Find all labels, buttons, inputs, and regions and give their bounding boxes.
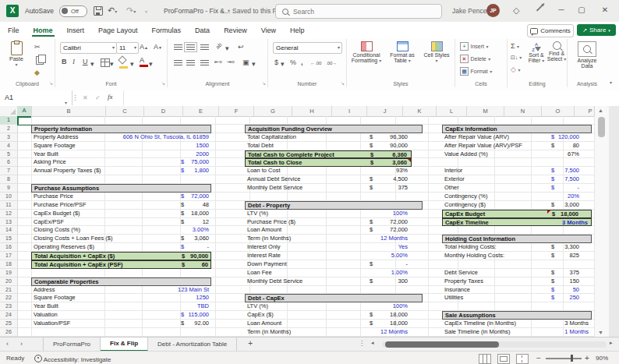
- column-header-d[interactable]: D: [144, 106, 183, 117]
- cut-icon[interactable]: ✂: [34, 43, 41, 51]
- row-header-1[interactable]: 1: [0, 116, 19, 125]
- menu-tab-view[interactable]: View: [260, 24, 278, 37]
- cell-label[interactable]: Valuation: [34, 311, 58, 320]
- normal-view-button[interactable]: [479, 354, 491, 364]
- saved-status[interactable]: Saved to this PC: [232, 7, 281, 15]
- zoom-slider[interactable]: [546, 358, 582, 359]
- cell-value[interactable]: 7,500: [564, 167, 579, 175]
- cell-value[interactable]: 92.00: [194, 320, 209, 328]
- cell-value[interactable]: 60: [202, 261, 208, 270]
- cell-value[interactable]: 5.00%: [391, 252, 408, 260]
- increase-indent-icon[interactable]: ⇥≡: [227, 58, 235, 66]
- sheet-row-loan-amount[interactable]: Loan Amount$72,000: [245, 226, 423, 235]
- page-layout-view-button[interactable]: [497, 354, 510, 364]
- sheet-row-insurance[interactable]: Insurance$50: [442, 286, 592, 295]
- menu-tab-help[interactable]: Help: [288, 24, 306, 37]
- merge-center-icon[interactable]: ▣: [242, 58, 249, 66]
- cell-currency[interactable]: $: [551, 294, 554, 302]
- cell-label[interactable]: CapEx Timeline: [445, 219, 489, 228]
- horizontal-scroll-thumb[interactable]: [385, 341, 499, 348]
- tab-scroll-right-icon[interactable]: ›: [20, 340, 23, 348]
- rewards-diamond-icon[interactable]: ◇: [513, 5, 519, 16]
- sheet-row-annual-debt-service[interactable]: Annual Debt Service$4,500: [245, 175, 423, 184]
- menu-tab-page-layout[interactable]: Page Layout: [97, 24, 140, 37]
- cell-value[interactable]: 20%: [568, 193, 579, 201]
- cell-value[interactable]: 48: [203, 201, 209, 210]
- cell-value[interactable]: 18,000: [390, 320, 408, 328]
- column-header-m[interactable]: M: [467, 106, 504, 117]
- copy-icon[interactable]: [36, 56, 44, 65]
- cell-label[interactable]: CapEx Budget ($): [34, 210, 80, 218]
- cell-value[interactable]: 7,500: [564, 175, 579, 184]
- cell-value[interactable]: 1,800: [194, 167, 209, 175]
- name-box[interactable]: A1▾: [0, 90, 73, 105]
- sheet-row-closing-costs[interactable]: Closing Costs (%)3.00%: [31, 226, 211, 235]
- sheet-row-other[interactable]: Other$-: [442, 184, 592, 193]
- sheet-row-square-footage[interactable]: Square Footage1500: [31, 142, 211, 150]
- sheet-row-valuation-psf[interactable]: Valuation/PSF$92.00: [31, 320, 211, 328]
- cell-value[interactable]: 100%: [393, 302, 408, 311]
- cell-value[interactable]: 1250: [196, 294, 209, 302]
- formula-input[interactable]: [123, 90, 619, 105]
- font-size-select[interactable]: 11▾: [116, 42, 139, 54]
- sheet-row-asking-price[interactable]: Asking Price$75,000: [31, 158, 211, 167]
- cell-currency[interactable]: $: [370, 277, 373, 286]
- cell-label[interactable]: Square Footage: [34, 294, 76, 302]
- row-header-7[interactable]: 7: [0, 167, 18, 175]
- cell-value[interactable]: 18,000: [390, 311, 408, 320]
- row-header-13[interactable]: 13: [0, 218, 18, 227]
- cell-label[interactable]: Interest Only: [247, 243, 281, 252]
- sheet-row-total-acquisition-capex[interactable]: Total Acquisition + CapEx ($)$90,000: [31, 252, 211, 260]
- cell-value[interactable]: 123 Main St: [178, 286, 209, 295]
- share-button[interactable]: ↗ Share ▾: [577, 24, 616, 36]
- cell-currency[interactable]: $: [181, 235, 184, 243]
- align-left-icon[interactable]: [174, 60, 182, 65]
- format-cells-button[interactable]: ▦ Format ▾: [460, 67, 492, 76]
- cell-value[interactable]: 825: [569, 252, 579, 260]
- clear-icon[interactable]: ◇ ▾: [511, 65, 520, 74]
- sheet-tab-proformapro[interactable]: ProFormaPro: [43, 337, 101, 352]
- cell-label[interactable]: Loan to Cost: [247, 167, 281, 175]
- cell-currency[interactable]: $: [370, 311, 373, 320]
- row-header-20[interactable]: 20: [0, 277, 18, 286]
- cell-label[interactable]: After Repair Value (ARV): [444, 133, 509, 142]
- tab-splitter-icon[interactable]: ⋮: [359, 340, 365, 347]
- sheet-row-capex-psf[interactable]: CapEx/PSF$12: [31, 218, 211, 227]
- vertical-scrollbar[interactable]: ▲ ▼: [594, 106, 609, 337]
- italic-button[interactable]: I: [73, 58, 75, 65]
- zoom-level[interactable]: 90%: [596, 355, 608, 362]
- cell-currency[interactable]: $: [551, 175, 554, 184]
- row-header-21[interactable]: 21: [0, 286, 18, 295]
- cell-value[interactable]: 375: [569, 269, 579, 277]
- cell-currency[interactable]: $: [551, 252, 554, 260]
- close-button[interactable]: ✕: [599, 4, 611, 16]
- clipboard-dialog-launcher[interactable]: ↘: [49, 80, 53, 86]
- cell-label[interactable]: Asking Price: [34, 158, 66, 167]
- undo-icon[interactable]: ↶▾: [108, 5, 117, 18]
- cell-value[interactable]: 1.00%: [391, 269, 408, 277]
- cell-currency[interactable]: $: [551, 184, 554, 193]
- cell-value[interactable]: 150: [569, 277, 579, 286]
- align-right-icon[interactable]: [200, 60, 209, 65]
- sheet-row-term-in-months[interactable]: Term (in Months)12 Months: [245, 328, 423, 337]
- cell-label[interactable]: Interior: [444, 167, 462, 175]
- cell-value[interactable]: 12 Months: [380, 235, 408, 243]
- increase-decimal-icon[interactable]: ←.00: [310, 59, 321, 67]
- page-break-view-button[interactable]: [516, 354, 529, 364]
- cell-value[interactable]: 100%: [393, 210, 408, 218]
- scroll-down-icon[interactable]: ▼: [598, 330, 603, 335]
- section-header-holding-cost-information[interactable]: Holding Cost Information: [442, 235, 592, 243]
- cell-label[interactable]: Loan Fee: [247, 269, 272, 277]
- sheet-row-monthly-debt-service[interactable]: Monthly Debt Service$375: [245, 184, 423, 193]
- cell-value[interactable]: 606 N Ohio St, Tuscola, IL 61859: [123, 133, 209, 142]
- maximize-button[interactable]: ▢: [575, 4, 588, 16]
- underline-chevron-icon[interactable]: ▾: [90, 60, 94, 68]
- collapse-ribbon-icon[interactable]: ▾: [610, 80, 612, 85]
- font-name-select[interactable]: Calibri▾: [60, 42, 117, 54]
- cell-label[interactable]: Purchase Price ($): [247, 218, 295, 227]
- sheet-row-capex-budget[interactable]: CapEx Budget ($)$18,000: [31, 210, 211, 218]
- cell-label[interactable]: Purchase Price: [34, 193, 73, 201]
- cell-label[interactable]: CapEx Timeline (in Months): [444, 320, 516, 328]
- cancel-entry-icon[interactable]: ✕: [83, 94, 88, 101]
- sheet-row-after-repair-value-arv-psf[interactable]: After Repair Value (ARV)/PSF$80: [442, 142, 592, 150]
